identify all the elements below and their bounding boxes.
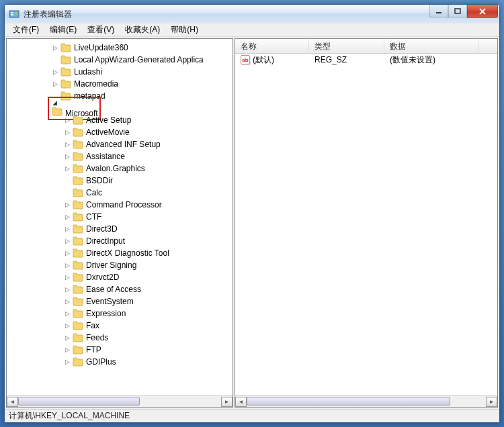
window-controls <box>429 5 498 18</box>
maximize-button[interactable] <box>448 5 467 18</box>
tree-item[interactable]: ▷Advanced INF Setup <box>7 138 233 150</box>
minimize-button[interactable] <box>429 5 448 18</box>
values-hscrollbar[interactable]: ◄ ► <box>235 395 497 407</box>
expand-icon[interactable]: ▷ <box>63 310 71 318</box>
tree-item[interactable]: ▷CTF <box>7 211 233 223</box>
tree-item-label: CTF <box>86 212 101 222</box>
menu-item[interactable]: 文件(F) <box>7 23 44 37</box>
tree-item[interactable]: ▷Driver Signing <box>7 259 233 271</box>
expand-icon[interactable]: ▷ <box>51 68 59 76</box>
registry-editor-window: 注册表编辑器 文件(F)编辑(E)查看(V)收藏夹(A)帮助(H) ▷LiveU… <box>4 4 500 423</box>
tree-item[interactable]: BSDDir <box>7 175 233 187</box>
tree-item[interactable]: Local AppWizard-Generated Applica <box>7 54 233 66</box>
tree-item[interactable]: ▷Dxrvct2D <box>7 271 233 283</box>
tree-item[interactable]: metapad <box>7 90 233 102</box>
expand-icon[interactable]: ▷ <box>51 44 59 52</box>
svg-rect-4 <box>436 12 442 13</box>
expand-icon[interactable]: ▷ <box>63 128 71 136</box>
registry-tree[interactable]: ▷LiveUpdate360Local AppWizard-Generated … <box>7 39 233 395</box>
tree-hscrollbar[interactable]: ◄ ► <box>7 395 233 407</box>
tree-item[interactable]: ▷Active Setup <box>7 114 233 126</box>
tree-item[interactable]: ▷Command Processor <box>7 199 233 211</box>
tree-item-label: DirectX Diagnostic Tool <box>86 248 169 258</box>
column-header[interactable]: 类型 <box>309 39 384 53</box>
tree-item[interactable]: ▷Direct3D <box>7 223 233 235</box>
tree-item[interactable]: ▷Fax <box>7 320 233 332</box>
tree-item[interactable]: ▷Assistance <box>7 150 233 162</box>
values-pane: 名称类型数据 ab(默认)REG_SZ(数值未设置) ◄ ► <box>235 38 498 408</box>
tree-item[interactable]: Calc <box>7 187 233 199</box>
tree-item[interactable]: ◢Microsoft <box>7 102 233 114</box>
menu-item[interactable]: 收藏夹(A) <box>120 23 165 37</box>
expand-icon[interactable]: ▷ <box>63 152 71 160</box>
titlebar[interactable]: 注册表编辑器 <box>5 5 499 23</box>
expand-icon[interactable]: ▷ <box>63 334 71 342</box>
tree-item[interactable]: ▷Feeds <box>7 332 233 344</box>
expand-icon[interactable]: ▷ <box>63 297 71 305</box>
tree-item-label: Expression <box>86 309 126 318</box>
value-row[interactable]: ab(默认)REG_SZ(数值未设置) <box>235 54 497 66</box>
folder-icon <box>73 140 83 149</box>
scroll-track[interactable] <box>247 397 486 407</box>
tree-item[interactable]: ▷LiveUpdate360 <box>7 42 233 54</box>
expand-icon[interactable]: ▷ <box>63 225 71 233</box>
tree-item-label: FTP <box>86 345 101 354</box>
expand-icon[interactable]: ▷ <box>63 261 71 269</box>
folder-icon <box>73 273 83 282</box>
menu-item[interactable]: 查看(V) <box>82 23 120 37</box>
folder-icon <box>73 248 83 258</box>
close-button[interactable] <box>467 5 498 18</box>
tree-item[interactable]: ▷Ludashi <box>7 66 233 78</box>
expand-icon[interactable]: ▷ <box>63 201 71 209</box>
values-list[interactable]: ab(默认)REG_SZ(数值未设置) <box>235 54 497 395</box>
tree-item[interactable]: ▷ActiveMovie <box>7 126 233 138</box>
expand-icon[interactable]: ▷ <box>63 237 71 245</box>
scroll-right-button[interactable]: ► <box>486 397 497 407</box>
folder-icon <box>52 107 62 116</box>
value-data: (数值未设置) <box>384 54 478 66</box>
tree-item[interactable]: ▷FTP <box>7 344 233 356</box>
expand-icon[interactable]: ▷ <box>63 249 71 257</box>
svg-rect-2 <box>11 14 13 15</box>
column-header[interactable]: 名称 <box>235 39 309 53</box>
expand-icon[interactable]: ▷ <box>63 358 71 366</box>
tree-item[interactable]: ▷DirectX Diagnostic Tool <box>7 247 233 259</box>
column-header[interactable]: 数据 <box>384 39 478 53</box>
scroll-left-button[interactable]: ◄ <box>7 397 18 407</box>
maximize-icon <box>454 8 461 15</box>
scroll-thumb[interactable] <box>18 397 140 406</box>
expand-icon[interactable]: ▷ <box>51 80 59 88</box>
folder-icon <box>73 333 83 342</box>
tree-item[interactable]: ▷DirectInput <box>7 235 233 247</box>
menu-item[interactable]: 编辑(E) <box>44 23 82 37</box>
collapse-icon[interactable]: ◢ <box>50 99 58 107</box>
tree-item-label: Advanced INF Setup <box>86 140 161 149</box>
values-header[interactable]: 名称类型数据 <box>235 39 497 54</box>
expand-icon[interactable]: ▷ <box>63 164 71 173</box>
expand-icon[interactable]: ▷ <box>63 322 71 330</box>
menu-item[interactable]: 帮助(H) <box>165 23 204 37</box>
expand-icon[interactable]: ▷ <box>63 273 71 281</box>
tree-item[interactable]: ▷Ease of Access <box>7 283 233 295</box>
folder-icon <box>73 152 83 161</box>
scroll-left-button[interactable]: ◄ <box>235 397 247 407</box>
expand-icon[interactable]: ▷ <box>63 213 71 221</box>
expand-icon[interactable]: ▷ <box>63 285 71 293</box>
expand-icon[interactable]: ▷ <box>63 140 71 148</box>
scroll-track[interactable] <box>18 397 221 407</box>
scroll-right-button[interactable]: ► <box>221 397 233 407</box>
expand-icon[interactable]: ▷ <box>63 346 71 354</box>
tree-item[interactable]: ▷Macromedia <box>7 78 233 90</box>
close-icon <box>478 8 487 15</box>
tree-item[interactable]: ▷EventSystem <box>7 295 233 307</box>
tree-item[interactable]: ▷Avalon.Graphics <box>7 162 233 175</box>
tree-item[interactable]: ▷GDIPlus <box>7 356 233 368</box>
expand-icon[interactable]: ▷ <box>63 116 71 124</box>
window-title: 注册表编辑器 <box>24 9 499 20</box>
folder-icon <box>73 188 83 197</box>
scroll-thumb[interactable] <box>247 397 450 406</box>
folder-icon <box>73 212 83 222</box>
folder-icon <box>60 79 71 89</box>
tree-item[interactable]: ▷Expression <box>7 307 233 320</box>
tree-item-label: DirectInput <box>86 236 125 246</box>
